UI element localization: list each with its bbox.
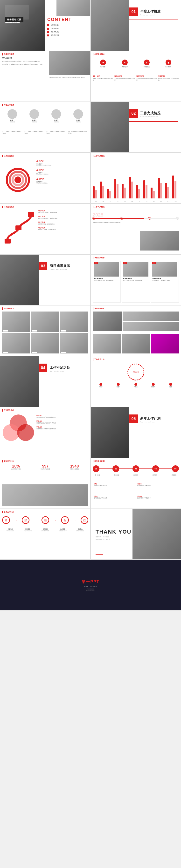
- slide-section-01: 01 年度工作概述 Annual work overview: [90, 0, 181, 51]
- bottom-photo-2: [122, 334, 150, 353]
- slide4-icons: ★ 工作项目一 ● 工作项目二 ▲ 工作项目三 ◆ 工作项目四: [93, 58, 179, 69]
- x-label-2: 2月: [100, 201, 107, 202]
- section-02-line: [129, 121, 178, 122]
- menu-dot-2: [47, 28, 49, 30]
- slide-team: 年度工作概述 代表一 职位描述 代表二 职位描述 代表三 职位描述: [0, 102, 90, 153]
- plan-num-3: 1940: [61, 464, 88, 468]
- slide7-stats: 4.5% 工作增长率 本年度较去年同期增长情况。 4.5% 效率提升率 工作效率…: [36, 159, 88, 201]
- stat-desc-1: 本年度较去年同期增长情况。: [36, 165, 88, 166]
- photo-4: 项目现场四: [2, 333, 30, 353]
- node-4: 04: [152, 465, 159, 472]
- item-text-3: 实现了重要突破，超额完成指标。: [38, 223, 88, 225]
- slide-photo-grid: 项目成果展示 项目现场一 项目现场二 项目现场三 项目现场四 项目现场五: [0, 305, 90, 356]
- plan-stat-1: 20% 提升工作效率目标: [2, 464, 30, 470]
- dctext-4: 有序推进各项工作: [55, 530, 71, 532]
- icon-item-3: ▲ 工作项目三: [137, 58, 157, 69]
- col-title-4: 项目四说明: [158, 75, 179, 78]
- d-text-3: 提升团队能力和工作质量。: [94, 497, 134, 499]
- stat-pct-1: 4.5%: [36, 159, 44, 163]
- cover-subtitle: 年份/部门/品牌/LOGO: [5, 22, 20, 23]
- item-text-4: 持续优化工作流程，提升整体效率。: [38, 229, 88, 231]
- x-label-9: 9月: [151, 201, 157, 202]
- fn-text-5: 总结复盘: [83, 519, 86, 522]
- node-5: 05: [172, 465, 179, 472]
- ty-main: THANK YOU: [96, 529, 131, 535]
- photo-label-1: 项目现场一: [3, 330, 8, 332]
- section-02-photo: [91, 102, 129, 153]
- item-title-1: 阶段一完成: [38, 210, 88, 212]
- small-photo-2: [123, 322, 179, 331]
- bar-group-4: [114, 179, 121, 198]
- adot-1: [99, 383, 102, 386]
- person-name-3: 代表三: [46, 120, 67, 121]
- item-title-3: 阶段三完成: [38, 221, 88, 223]
- section-05-photo: [91, 407, 129, 458]
- desc-row: 个人工作概述及年度主要贡献说明文字内容。 个人工作概述及年度主要贡献说明文字内容…: [2, 131, 88, 134]
- d-title-2: 计划二: [137, 483, 178, 485]
- col-text-2: 具体的工作内容和完成情况说明文字内容。: [114, 78, 135, 81]
- v-title-3: 不足点三: [36, 426, 88, 428]
- d-title-4: 计划四: [137, 496, 178, 497]
- slide-section-04: 04 工作不足之处 Work shortcomings: [0, 356, 90, 407]
- section-04-number: 04: [39, 364, 47, 372]
- nlabel-5: 第五阶段: [169, 474, 179, 476]
- col-title-2: 项目二说明: [114, 75, 135, 78]
- detail-4: 计划四 完成年度目标和考核指标。: [137, 495, 179, 506]
- plan-num-1: 20%: [2, 464, 30, 468]
- v-item-2: 不足点二 需要提升的能力和技能培训计划说明。: [36, 420, 88, 424]
- plan-stat-3: 1940 年度目标业绩指标: [61, 464, 88, 470]
- col-title-1: 项目一说明: [93, 75, 114, 78]
- icon-item-1: ★ 工作项目一: [93, 58, 114, 69]
- bar-group-7: [136, 185, 143, 198]
- top-row: [93, 311, 179, 331]
- icon-item-2: ● 工作项目二: [114, 58, 135, 69]
- icon-4: ◆: [165, 60, 171, 65]
- flow-node-3: 任务分配: [41, 516, 49, 524]
- nlabel-3: 第三阶段: [131, 474, 141, 476]
- stats-row: 20% 提升工作效率目标 597 计划完成项目数量 1940 年度目标业绩指标: [2, 464, 88, 470]
- cover-left-image: [0, 0, 45, 51]
- person-role-3: 职位描述: [46, 121, 67, 123]
- slide17-header: 工作不足之处: [2, 409, 14, 411]
- brand-logo: 第一PPT: [82, 579, 99, 585]
- bottom-row: [93, 334, 179, 353]
- dctext-2: 制定工作策略方案: [20, 530, 36, 532]
- node-1: 01: [93, 465, 99, 472]
- section-03-number: 03: [39, 262, 47, 270]
- bar-group-9: [151, 188, 157, 198]
- thank-text: THANK YOU 感谢聆听 / 工作汇报 如有问题欢迎交流探讨: [96, 529, 131, 540]
- svg-rect-2: [28, 212, 34, 217]
- fn-text-3: 任务分配: [44, 519, 47, 522]
- atext-2: 问题二: [110, 386, 126, 388]
- dctitle-2: 策略规划: [20, 528, 36, 530]
- section-03-title: 项目成果展示: [50, 264, 70, 268]
- menu-dot-4: [47, 34, 49, 36]
- dctitle-5: 总结复盘: [72, 528, 88, 530]
- bar-3b: [109, 191, 111, 198]
- text-col-3: 项目三说明 具体的工作内容和完成情况说明文字内容。: [137, 75, 157, 81]
- bottom-photo-3: [151, 334, 179, 353]
- circle-nodes: 01 02 03 04 05: [93, 465, 179, 472]
- icon-3: ▲: [144, 60, 150, 65]
- bar-group-3: [107, 189, 114, 198]
- slide3-body: 这是本年度工作总结的相关内容描述，包含了主要工作内容和成果汇报。: [2, 60, 47, 62]
- photo-label-4: 项目现场四: [3, 352, 8, 353]
- timeline-bar: [93, 218, 179, 219]
- bar-group-12: [172, 176, 179, 198]
- timeline-fill: [93, 218, 144, 219]
- photo-5: 项目现场五: [31, 333, 59, 353]
- dctext-1: 明确年度工作目标: [2, 530, 19, 532]
- cover-title: 商务总结汇报: [5, 17, 23, 22]
- bar-7b: [138, 189, 140, 198]
- desc-1: 个人工作概述及年度主要贡献说明文字内容。: [2, 131, 23, 134]
- details-grid: 计划一 制定年度目标和工作计划。 计划二 推进关键项目和重点任务。 计划三 提升…: [93, 482, 179, 506]
- dcol-4: 执行推进 有序推进各项工作: [55, 528, 71, 557]
- photo-label-2: 项目现场二: [32, 330, 37, 332]
- slide9-header: 工作完成情况: [2, 206, 14, 208]
- item-title-4: 阶段四完成: [38, 227, 88, 229]
- icon-label-1: 工作项目一: [93, 66, 113, 67]
- d-text-1: 制定年度目标和工作计划。: [94, 485, 134, 487]
- section-05-title: 新年工作计划: [140, 416, 160, 421]
- section-05-number: 05: [129, 414, 138, 423]
- bar-3: [107, 189, 109, 198]
